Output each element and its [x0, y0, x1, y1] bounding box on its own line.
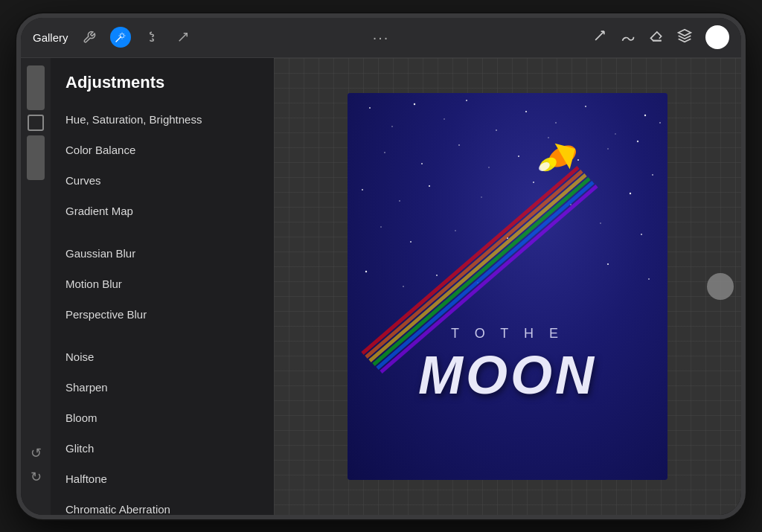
- undo-icon[interactable]: ↺: [31, 445, 42, 461]
- menu-divider-1: [51, 226, 274, 238]
- menu-item-glitch[interactable]: Glitch: [51, 433, 274, 464]
- left-sidebar: ↺ ↻: [21, 58, 51, 515]
- brush-size-slider[interactable]: [27, 65, 45, 110]
- svg-line-2: [595, 31, 604, 40]
- more-options-button[interactable]: ···: [373, 29, 390, 46]
- smudge-tool-icon[interactable]: [621, 28, 635, 47]
- toolbar: Gallery: [21, 18, 741, 58]
- pen-tool-icon[interactable]: [592, 28, 607, 47]
- menu-item-sharpen[interactable]: Sharpen: [51, 372, 274, 403]
- menu-item-perspective-blur[interactable]: Perspective Blur: [51, 299, 274, 330]
- s-tool-icon[interactable]: [141, 27, 162, 48]
- menu-item-curves[interactable]: Curves: [51, 165, 274, 196]
- sidebar-actions: ↺ ↻: [31, 445, 42, 485]
- arrow-icon[interactable]: [173, 27, 193, 48]
- menu-item-gaussian-blur[interactable]: Gaussian Blur: [51, 238, 274, 269]
- rainbow-trail: [348, 93, 667, 480]
- canvas-image[interactable]: T O T H E MOON: [348, 93, 667, 480]
- panel-title: Adjustments: [51, 73, 274, 104]
- opacity-slider[interactable]: [27, 135, 45, 180]
- svg-point-0: [120, 33, 124, 37]
- canvas-tool-button[interactable]: [28, 115, 44, 131]
- toolbar-center: ···: [373, 29, 390, 46]
- moon-word-text: MOON: [348, 344, 667, 406]
- menu-item-halftone[interactable]: Halftone: [51, 464, 274, 494]
- toolbar-left: Gallery: [33, 27, 373, 48]
- menu-item-hue[interactable]: Hue, Saturation, Brightness: [51, 104, 274, 135]
- svg-marker-6: [679, 29, 691, 35]
- menu-item-color-balance[interactable]: Color Balance: [51, 135, 274, 165]
- canvas-area: T O T H E MOON: [274, 58, 741, 515]
- color-picker[interactable]: [705, 25, 729, 49]
- menu-item-bloom[interactable]: Bloom: [51, 403, 274, 433]
- menu-divider-2: [51, 330, 274, 342]
- main-content: ↺ ↻ Adjustments Hue, Saturation, Brightn…: [21, 58, 741, 515]
- to-the-text: T O T H E: [348, 326, 667, 342]
- menu-item-motion-blur[interactable]: Motion Blur: [51, 269, 274, 299]
- artwork: T O T H E MOON: [348, 93, 667, 480]
- wrench-icon[interactable]: [79, 27, 100, 48]
- eraser-tool-icon[interactable]: [649, 28, 664, 47]
- layers-icon[interactable]: [677, 28, 692, 47]
- svg-line-1: [179, 33, 187, 42]
- magic-wand-icon[interactable]: [110, 27, 131, 48]
- moon-text-container: T O T H E MOON: [348, 326, 667, 406]
- redo-icon[interactable]: ↻: [31, 469, 42, 485]
- menu-item-gradient-map[interactable]: Gradient Map: [51, 196, 274, 226]
- adjustments-panel: Adjustments Hue, Saturation, Brightness …: [51, 58, 274, 515]
- device-frame: Gallery: [16, 13, 746, 519]
- gallery-button[interactable]: Gallery: [33, 31, 68, 44]
- canvas-brush-size-handle[interactable]: [707, 273, 734, 300]
- menu-item-noise[interactable]: Noise: [51, 342, 274, 372]
- menu-item-chromatic-aberration[interactable]: Chromatic Aberration: [51, 494, 274, 515]
- toolbar-right: [389, 25, 729, 49]
